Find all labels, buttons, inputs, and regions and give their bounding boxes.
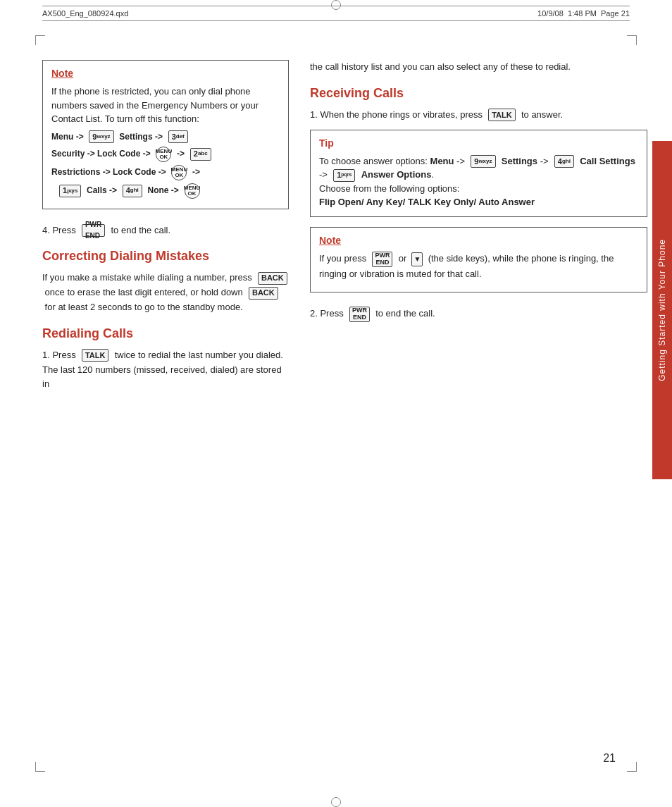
key-4ghi: 4ghi [123, 185, 142, 197]
note-box-right: Note If you press PWR END or ▼ (the side… [310, 227, 647, 293]
key-1: 1pqrs [59, 185, 81, 197]
key-9wxyz: 9wxyz [89, 130, 113, 143]
corner-mark-tr [627, 35, 637, 45]
corner-mark-br [627, 762, 637, 772]
right-column: the call history list and you can also s… [303, 60, 647, 751]
correcting-heading: Correcting Dialing Mistakes [42, 249, 289, 264]
note-box-right-body: If you press PWR END or ▼ (the side keys… [319, 252, 638, 281]
content-area: Note If the phone is restricted, you can… [42, 60, 647, 751]
key-3def: 3def [168, 130, 188, 143]
press-end-item: 4. Press PWREND to end the call. [42, 223, 289, 238]
note-side-key: ▼ [411, 252, 423, 266]
side-tab-text: Getting Started with Your Phone [657, 239, 667, 381]
menu-row-3: Restrictions -> Lock Code -> MENUOK -> [51, 165, 280, 180]
key-back-2: BACK [249, 287, 278, 300]
key-menuok-2: MENUOK [171, 165, 187, 180]
intro-text: the call history list and you can also s… [310, 60, 647, 75]
receiving-heading: Receiving Calls [310, 86, 647, 101]
side-tab: Getting Started with Your Phone [652, 141, 672, 479]
left-column: Note If the phone is restricted, you can… [42, 60, 303, 751]
header-date: 10/9/08 1:48 PM Page 21 [537, 9, 630, 18]
key-talk-left: TALK [82, 349, 109, 362]
note-box-left: Note If the phone is restricted, you can… [42, 60, 289, 209]
press-end-right: 2. Press PWR END to end the call. [310, 307, 647, 322]
key-menuok-1: MENUOK [156, 147, 171, 162]
key-back-1: BACK [258, 272, 287, 285]
corner-mark-bl [35, 762, 45, 772]
note-box-body: If the phone is restricted, you can only… [51, 85, 280, 126]
registration-circle-bottom [331, 797, 341, 807]
key-talk-right: TALK [488, 109, 516, 121]
note-box-title: Note [51, 68, 280, 79]
header-bar: AX500_Eng_080924.qxd 10/9/08 1:48 PM Pag… [42, 6, 630, 21]
key-menuok-3: MENUOK [185, 183, 200, 199]
correcting-body: If you make a mistake while dialing a nu… [42, 271, 289, 314]
note-key-pwr: PWR END [372, 252, 392, 267]
tip-key-4: 4ghi [554, 155, 574, 168]
tip-box-title: Tip [319, 137, 638, 149]
key-pwr-end-left: PWREND [82, 224, 105, 237]
tip-key-1: 1pqrs [333, 169, 355, 182]
menu-row-4: 1pqrs Calls -> 4ghi None -> MENUOK [51, 183, 280, 199]
menu-row-2: Security -> Lock Code -> MENUOK -> 2abc [51, 147, 280, 162]
receiving-item: 1. When the phone rings or vibrates, pre… [310, 108, 647, 123]
redialing-item: 1. Press TALK twice to redial the last n… [42, 348, 289, 392]
menu-row-1: Menu -> 9wxyz Settings -> 3def [51, 130, 280, 144]
key-2abc: 2abc [190, 148, 211, 161]
tip-box-body: To choose answer options: Menu -> 9wxyz … [319, 154, 638, 209]
header-file: AX500_Eng_080924.qxd [42, 9, 128, 18]
tip-box: Tip To choose answer options: Menu -> 9w… [310, 130, 647, 217]
corner-mark-tl [35, 35, 45, 45]
page-number: 21 [603, 752, 616, 765]
tip-key-9: 9wxyz [471, 155, 495, 168]
key-pwr-end-right: PWR END [349, 307, 370, 322]
note-box-right-title: Note [319, 235, 638, 246]
redialing-heading: Redialing Calls [42, 326, 289, 341]
